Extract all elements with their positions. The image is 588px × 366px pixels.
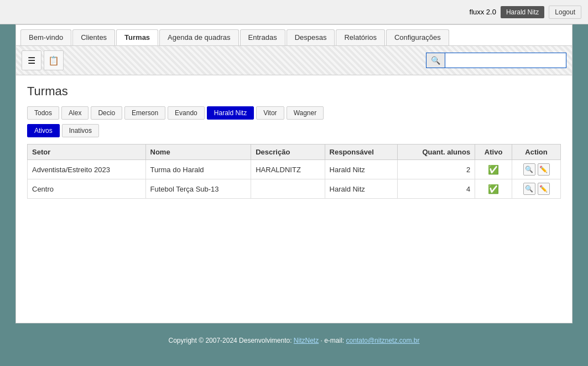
new-doc-icon: 📋 bbox=[48, 55, 59, 66]
person-filter-todos[interactable]: Todos bbox=[27, 106, 59, 120]
status-filter-row: AtivosInativos bbox=[27, 124, 561, 137]
cell-setor: Adventista/Estreito 2023 bbox=[28, 160, 146, 179]
edit-action-button[interactable]: ✏️ bbox=[538, 163, 550, 176]
content: Turmas TodosAlexDecioEmersonEvandoHarald… bbox=[16, 75, 572, 208]
action-cell: 🔍 ✏️ bbox=[517, 183, 556, 195]
cell-descricao bbox=[251, 179, 325, 199]
col-header-action: Action bbox=[512, 145, 561, 160]
person-filter-wagner[interactable]: Wagner bbox=[287, 106, 324, 120]
table-row: Adventista/Estreito 2023Turma do HaraldH… bbox=[28, 160, 561, 179]
tab-despesas[interactable]: Despesas bbox=[287, 29, 335, 45]
footer-email-link[interactable]: contato@nitznetz.com.br bbox=[346, 337, 420, 344]
edit-action-button[interactable]: ✏️ bbox=[538, 183, 550, 195]
person-filter-row: TodosAlexDecioEmersonEvandoHarald NitzVi… bbox=[27, 106, 561, 120]
cell-ativo: ✅ bbox=[475, 179, 512, 199]
footer-copyright: Copyright © 2007-2024 Desenvolvimento: bbox=[169, 337, 292, 344]
person-filter-alex[interactable]: Alex bbox=[61, 106, 89, 120]
cell-nome: Futebol Terça Sub-13 bbox=[145, 179, 251, 199]
version-label: fluxx 2.0 bbox=[470, 8, 496, 16]
col-header-nome: Nome bbox=[145, 145, 251, 160]
person-filter-harald-nitz[interactable]: Harald Nitz bbox=[207, 106, 254, 120]
cell-responsavel: Harald Nitz bbox=[325, 160, 397, 179]
status-check-icon: ✅ bbox=[480, 164, 507, 175]
toolbar-icons: ☰ 📋 bbox=[22, 50, 64, 70]
cell-nome: Turma do Harald bbox=[145, 160, 251, 179]
list-view-button[interactable]: ☰ bbox=[22, 50, 41, 70]
person-filter-decio[interactable]: Decio bbox=[91, 106, 122, 120]
user-button[interactable]: Harald Nitz bbox=[501, 6, 544, 18]
search-icon: 🔍 bbox=[431, 56, 440, 65]
search-bar: 🔍 bbox=[426, 53, 566, 68]
tab-relatorios[interactable]: Relatórios bbox=[336, 29, 385, 45]
table-body: Adventista/Estreito 2023Turma do HaraldH… bbox=[28, 160, 561, 199]
person-filter-vitor[interactable]: Vitor bbox=[256, 106, 284, 120]
cell-action: 🔍 ✏️ bbox=[512, 179, 561, 199]
cell-setor: Centro bbox=[28, 179, 146, 199]
cell-quant-alunos: 4 bbox=[398, 179, 475, 199]
logout-button[interactable]: Logout bbox=[549, 6, 581, 19]
tab-bem-vindo[interactable]: Bem-vindo bbox=[20, 29, 71, 45]
action-cell: 🔍 ✏️ bbox=[517, 163, 556, 176]
footer-dev-link[interactable]: NitzNetz bbox=[294, 337, 319, 344]
person-filter-evando[interactable]: Evando bbox=[168, 106, 205, 120]
col-header-responsavel: Responsável bbox=[325, 145, 397, 160]
cell-responsavel: Harald Nitz bbox=[325, 179, 397, 199]
turmas-table: SetorNomeDescriçãoResponsávelQuant. alun… bbox=[27, 144, 561, 199]
search-button[interactable]: 🔍 bbox=[426, 53, 445, 68]
cell-quant-alunos: 2 bbox=[398, 160, 475, 179]
list-icon: ☰ bbox=[28, 55, 35, 66]
nav-tabs: Bem-vindoClientesTurmasAgenda de quadras… bbox=[16, 25, 572, 46]
view-action-button[interactable]: 🔍 bbox=[523, 183, 535, 195]
col-header-ativo: Ativo bbox=[475, 145, 512, 160]
tab-agenda[interactable]: Agenda de quadras bbox=[159, 29, 238, 45]
status-filter-inativos[interactable]: Inativos bbox=[62, 124, 99, 137]
table-head: SetorNomeDescriçãoResponsávelQuant. alun… bbox=[28, 145, 561, 160]
table-row: CentroFutebol Terça Sub-13Harald Nitz4✅ … bbox=[28, 179, 561, 199]
tab-turmas[interactable]: Turmas bbox=[116, 29, 158, 45]
tab-entradas[interactable]: Entradas bbox=[240, 29, 285, 45]
footer: Copyright © 2007-2024 Desenvolvimento: N… bbox=[0, 328, 588, 353]
footer-separator: · e-mail: bbox=[321, 337, 345, 344]
cell-action: 🔍 ✏️ bbox=[512, 160, 561, 179]
search-input[interactable] bbox=[445, 53, 566, 68]
toolbar: ☰ 📋 🔍 bbox=[16, 46, 572, 75]
new-record-button[interactable]: 📋 bbox=[44, 50, 64, 70]
col-header-descricao: Descrição bbox=[251, 145, 325, 160]
col-header-setor: Setor bbox=[28, 145, 146, 160]
tab-configuracoes[interactable]: Configurações bbox=[386, 29, 449, 45]
topbar: fluxx 2.0 Harald Nitz Logout bbox=[0, 0, 588, 24]
cell-descricao: HARALDNITZ bbox=[251, 160, 325, 179]
tab-clientes[interactable]: Clientes bbox=[72, 29, 115, 45]
col-header-quant-alunos: Quant. alunos bbox=[398, 145, 475, 160]
status-check-icon: ✅ bbox=[480, 184, 507, 194]
page-title: Turmas bbox=[27, 84, 561, 99]
status-filter-ativos[interactable]: Ativos bbox=[27, 124, 60, 137]
cell-ativo: ✅ bbox=[475, 160, 512, 179]
main-container: Bem-vindoClientesTurmasAgenda de quadras… bbox=[15, 24, 573, 323]
person-filter-emerson[interactable]: Emerson bbox=[124, 106, 165, 120]
view-action-button[interactable]: 🔍 bbox=[523, 163, 535, 176]
